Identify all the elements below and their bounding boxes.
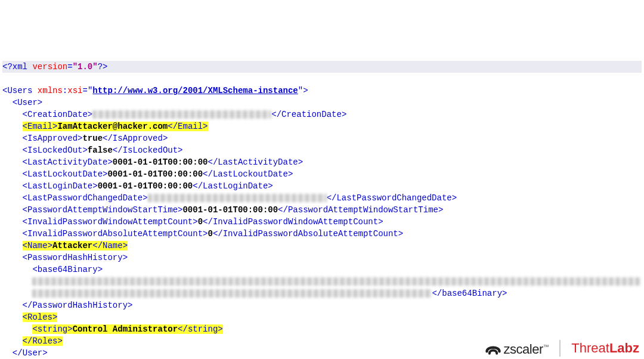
branding-footer: zscaler™ ThreatLabz (485, 340, 639, 357)
threatlabz-logo: ThreatLabz (571, 342, 639, 354)
censored-hash-line1 (32, 277, 640, 286)
code-block: <?xml version="1.0"?> <Users xmlns:xsi="… (2, 49, 642, 359)
xsi-url[interactable]: http://www.w3.org/2001/XMLSchema-instanc… (92, 86, 298, 95)
zscaler-logo: zscaler™ (485, 340, 561, 357)
censored-creation-date (92, 110, 271, 119)
highlight-roles-close: </Roles> (23, 336, 63, 346)
highlight-role-string: <string>Control Administrator</string> (32, 324, 222, 334)
censored-pwd-changed (148, 194, 327, 202)
highlight-email: <Email>IamAttacker@hacker.com</Email> (23, 122, 208, 131)
xml-declaration: <?xml version="1.0"?> (2, 61, 642, 73)
censored-hash-line2 (32, 289, 432, 298)
highlight-roles-open: <Roles> (23, 312, 58, 322)
highlight-name: <Name>Attacker</Name> (23, 241, 128, 250)
zscaler-icon (485, 340, 501, 357)
